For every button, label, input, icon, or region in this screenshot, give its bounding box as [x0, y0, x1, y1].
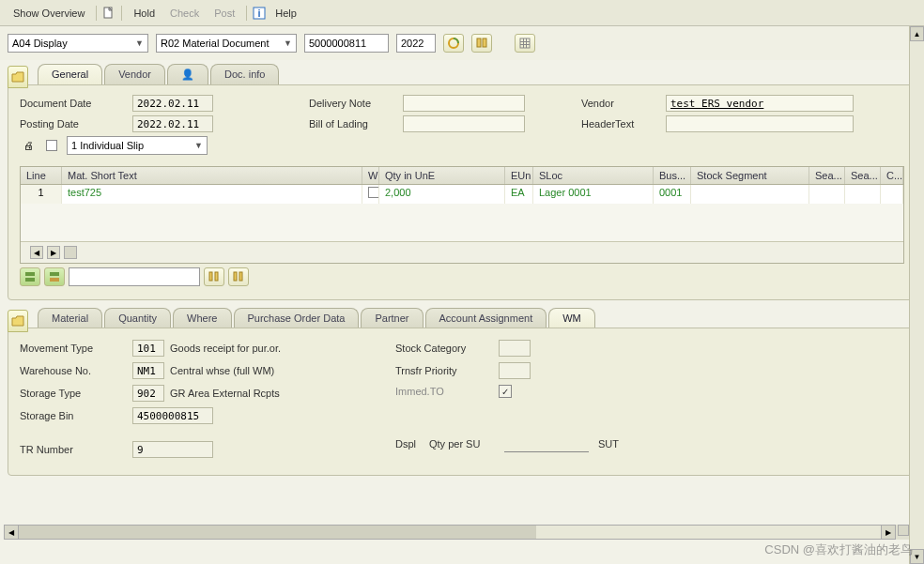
table-row[interactable]: 1 test725 2,000 EA Lager 0001 0001 [21, 185, 903, 204]
tab-person[interactable]: 👤 [167, 64, 208, 84]
immed-to-checkbox[interactable] [499, 385, 512, 398]
cell-qty: 2,000 [379, 185, 505, 204]
info-icon[interactable]: i [253, 7, 266, 20]
immed-to-label: Immed.TO [395, 386, 499, 397]
bill-of-lading-label: Bill of Lading [309, 118, 403, 130]
collapse-detail-button[interactable] [8, 310, 28, 332]
cell-stockseg [691, 185, 809, 204]
svg-rect-14 [50, 278, 59, 282]
scroll-track[interactable] [64, 246, 77, 259]
new-doc-icon[interactable] [102, 7, 116, 20]
tab-quantity[interactable]: Quantity [104, 308, 171, 328]
scroll-thumb[interactable] [19, 526, 536, 539]
print-icon[interactable]: 🖨 [20, 140, 37, 151]
col-sea1[interactable]: Sea... [809, 167, 845, 184]
chevron-down-icon: ▼ [135, 38, 144, 48]
show-overview-button[interactable]: Show Overview [8, 6, 90, 21]
col-bus[interactable]: Bus... [654, 167, 691, 184]
vendor-field[interactable]: test ERS vendor [666, 95, 854, 112]
storage-bin-field[interactable]: 4500000815 [132, 407, 213, 424]
scroll-right-icon[interactable]: ▶ [881, 525, 896, 540]
cell-c [881, 185, 903, 204]
find-next-button[interactable] [228, 267, 249, 286]
col-stockseg[interactable]: Stock Segment [691, 167, 809, 184]
tr-number-label: TR Number [20, 444, 132, 455]
post-button: Post [208, 6, 240, 21]
doc-type-value: R02 Material Document [161, 38, 270, 49]
tab-account-assignment[interactable]: Account Assignment [425, 308, 547, 328]
cell-mat: test725 [62, 185, 362, 204]
find-button[interactable] [471, 34, 492, 53]
doc-date-field[interactable]: 2022.02.11 [132, 95, 213, 112]
scroll-left-button[interactable]: ◀ [30, 246, 43, 259]
tab-where[interactable]: Where [173, 308, 231, 328]
col-qty[interactable]: Qty in UnE [379, 167, 505, 184]
collapse-header-button[interactable] [8, 66, 28, 88]
year-field[interactable]: 2022 [396, 34, 436, 53]
stock-category-field[interactable] [499, 340, 531, 357]
mode-dropdown[interactable]: A04 Display ▼ [8, 34, 148, 53]
tab-doc-info[interactable]: Doc. info [210, 64, 279, 84]
posting-date-field[interactable]: 2022.02.11 [132, 115, 213, 132]
col-mat[interactable]: Mat. Short Text [62, 167, 362, 184]
scroll-up-icon[interactable]: ▲ [910, 26, 924, 41]
transfer-priority-field[interactable] [499, 362, 531, 379]
warehouse-field[interactable]: NM1 [132, 362, 164, 379]
cell-eun: EA [505, 185, 533, 204]
slip-dropdown[interactable]: 1 Individual Slip ▼ [67, 136, 208, 155]
col-sloc[interactable]: SLoc [533, 167, 654, 184]
doc-type-dropdown[interactable]: R02 Material Document ▼ [156, 34, 297, 53]
filter-btn-2[interactable] [44, 267, 65, 286]
grid-button[interactable] [515, 34, 535, 53]
print-checkbox[interactable] [46, 140, 57, 151]
filter-input[interactable] [69, 267, 200, 286]
warehouse-label: Warehouse No. [20, 365, 132, 376]
doc-number-field[interactable]: 5000000811 [304, 34, 389, 53]
svg-rect-13 [50, 272, 59, 276]
qty-per-su-label: Qty per SU [429, 438, 504, 450]
execute-button[interactable] [443, 34, 464, 53]
warehouse-desc: Central whse (full WM) [170, 365, 274, 376]
scroll-left-icon[interactable]: ◀ [4, 525, 19, 540]
tab-partner[interactable]: Partner [361, 308, 423, 328]
bill-of-lading-field[interactable] [403, 115, 525, 132]
svg-rect-12 [25, 278, 35, 282]
svg-rect-15 [209, 272, 212, 281]
col-c[interactable]: C... [881, 167, 903, 184]
transfer-priority-label: Trnsfr Priority [395, 365, 499, 376]
movement-type-desc: Goods receipt for pur.or. [170, 343, 281, 354]
svg-rect-18 [239, 272, 242, 281]
scroll-track[interactable] [19, 525, 881, 540]
tab-general[interactable]: General [38, 64, 102, 84]
help-button[interactable]: Help [270, 6, 302, 21]
cell-line: 1 [21, 185, 62, 204]
find-in-table-button[interactable] [204, 267, 224, 286]
storage-type-field[interactable]: 902 [132, 385, 164, 402]
tab-vendor[interactable]: Vendor [104, 64, 165, 84]
filter-btn-1[interactable] [20, 267, 40, 286]
col-w[interactable]: W [362, 167, 379, 184]
delivery-note-field[interactable] [403, 95, 525, 112]
detail-tabs-section: Material Quantity Where Purchase Order D… [8, 308, 916, 476]
col-line[interactable]: Line [21, 167, 62, 184]
tab-po-data[interactable]: Purchase Order Data [234, 308, 360, 328]
filter-bar [20, 264, 904, 290]
col-sea2[interactable]: Sea... [845, 167, 881, 184]
scroll-right-button[interactable]: ▶ [47, 246, 60, 259]
vertical-scrollbar[interactable]: ▲ ▼ [909, 26, 924, 564]
tab-wm[interactable]: WM [548, 308, 595, 328]
tab-material[interactable]: Material [38, 308, 102, 328]
header-text-field[interactable] [666, 115, 854, 132]
check-button: Check [164, 6, 205, 21]
cell-w [362, 185, 379, 204]
svg-rect-5 [483, 38, 486, 47]
movement-type-field[interactable]: 101 [132, 340, 164, 357]
items-table: Line Mat. Short Text W Qty in UnE EUn SL… [20, 166, 904, 264]
tr-number-field[interactable]: 9 [132, 441, 213, 458]
col-eun[interactable]: EUn [505, 167, 533, 184]
scroll-track-v[interactable] [910, 41, 924, 549]
qty-per-su-field[interactable] [504, 435, 589, 452]
hold-button[interactable]: Hold [128, 6, 161, 21]
horizontal-scrollbar[interactable]: ◀ ▶ [4, 525, 909, 540]
svg-rect-11 [25, 272, 35, 276]
